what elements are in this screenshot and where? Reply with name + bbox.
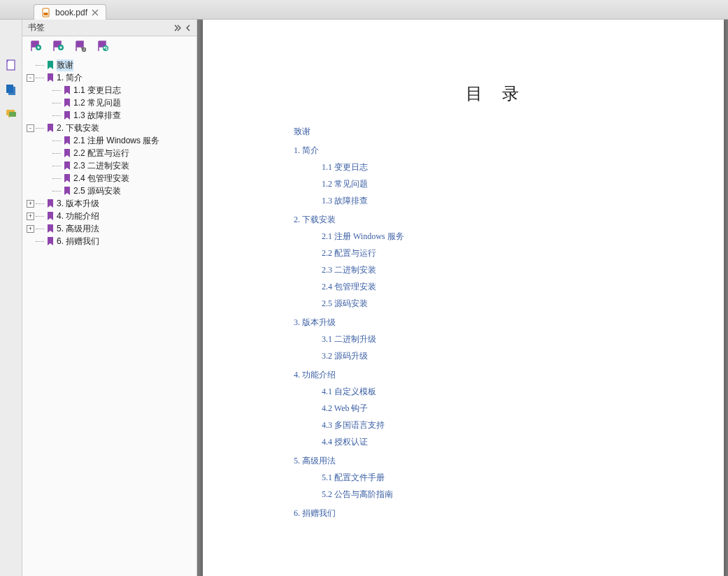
toc-link[interactable]: 2. 下载安装 bbox=[294, 214, 689, 226]
document-viewer[interactable]: 目录 致谢1. 简介1.1 变更日志1.2 常见问题1.3 故障排查2. 下载安… bbox=[197, 20, 728, 576]
flag-add-icon[interactable] bbox=[29, 40, 42, 52]
bookmark-item[interactable]: 2.5 源码安装 bbox=[27, 185, 192, 197]
bookmark-item[interactable]: 1.1 变更日志 bbox=[27, 84, 192, 96]
bookmark-item[interactable]: 致谢 bbox=[27, 59, 192, 71]
bookmark-icon bbox=[45, 199, 55, 208]
bookmark-item[interactable]: -2. 下载安装 bbox=[27, 122, 192, 134]
panel-title: 书签 bbox=[28, 22, 45, 34]
bookmark-label: 6. 捐赠我们 bbox=[57, 236, 99, 247]
toc-container: 致谢1. 简介1.1 变更日志1.2 常见问题1.3 故障排查2. 下载安装2.… bbox=[294, 126, 689, 519]
tree-connector bbox=[36, 229, 44, 229]
bookmark-item[interactable]: +4. 功能介绍 bbox=[27, 210, 192, 222]
tree-connector bbox=[52, 191, 61, 192]
toc-link[interactable]: 1.2 常见问题 bbox=[322, 178, 689, 190]
toc-link[interactable]: 3.1 二进制升级 bbox=[322, 333, 689, 345]
toc-link[interactable]: 致谢 bbox=[294, 126, 689, 138]
toc-link[interactable]: 1.3 故障排查 bbox=[322, 195, 689, 207]
comments-icon[interactable] bbox=[4, 107, 18, 121]
toc-link[interactable]: 2.2 配置与运行 bbox=[322, 247, 689, 259]
bookmark-label: 3. 版本升级 bbox=[57, 198, 99, 210]
tree-spacer bbox=[27, 62, 34, 69]
bookmark-label: 1.2 常见问题 bbox=[73, 97, 121, 109]
toc-link[interactable]: 2.5 源码安装 bbox=[322, 298, 689, 310]
multi-page-icon[interactable] bbox=[4, 82, 18, 96]
tree-connector bbox=[52, 103, 61, 103]
toc-link[interactable]: 3.2 源码升级 bbox=[322, 350, 689, 362]
bookmark-item[interactable]: 6. 捐赠我们 bbox=[27, 235, 192, 247]
pdf-file-icon bbox=[41, 8, 51, 17]
flag-link-icon[interactable] bbox=[74, 40, 87, 52]
left-toolbar bbox=[0, 20, 22, 576]
svg-rect-1 bbox=[44, 13, 48, 15]
tree-spacer bbox=[43, 175, 51, 182]
flag-refresh-icon[interactable] bbox=[97, 40, 109, 52]
toc-link[interactable]: 1.1 变更日志 bbox=[322, 161, 689, 173]
tree-spacer bbox=[43, 187, 51, 195]
bookmark-icon bbox=[45, 73, 55, 82]
bookmark-icon bbox=[62, 136, 72, 145]
tree-connector bbox=[52, 166, 61, 166]
bookmark-item[interactable]: 2.1 注册 Windows 服务 bbox=[27, 134, 192, 147]
toc-link[interactable]: 2.4 包管理安装 bbox=[322, 281, 689, 293]
toc-link[interactable]: 2.1 注册 Windows 服务 bbox=[322, 231, 689, 243]
bookmark-icon bbox=[62, 98, 72, 108]
bookmark-label: 1.1 变更日志 bbox=[73, 85, 121, 96]
bookmark-item[interactable]: +3. 版本升级 bbox=[27, 197, 192, 210]
toc-link[interactable]: 5. 高级用法 bbox=[294, 455, 689, 467]
expand-icon[interactable] bbox=[174, 24, 183, 31]
toc-link[interactable]: 4. 功能介绍 bbox=[294, 369, 689, 381]
page-view-icon[interactable] bbox=[4, 58, 18, 72]
bookmark-item[interactable]: 1.3 故障排查 bbox=[27, 109, 192, 122]
tree-spacer bbox=[43, 162, 51, 170]
toc-link[interactable]: 1. 简介 bbox=[294, 145, 689, 157]
bookmark-item[interactable]: +5. 高级用法 bbox=[27, 222, 192, 235]
tree-connector bbox=[36, 241, 44, 242]
panel-toolbar bbox=[22, 36, 197, 56]
bookmark-label: 2.4 包管理安装 bbox=[73, 173, 129, 185]
collapse-icon[interactable] bbox=[185, 24, 191, 31]
tree-connector bbox=[36, 128, 44, 129]
toc-link[interactable]: 2.3 二进制安装 bbox=[322, 264, 689, 276]
expand-icon[interactable]: + bbox=[27, 225, 34, 233]
tree-connector bbox=[52, 141, 61, 141]
bookmark-label: 2.2 配置与运行 bbox=[73, 147, 129, 159]
tree-spacer bbox=[43, 150, 51, 157]
close-icon[interactable] bbox=[92, 9, 99, 16]
toc-link[interactable]: 4.1 自定义模板 bbox=[322, 386, 689, 398]
panel-controls bbox=[174, 24, 191, 31]
bookmark-item[interactable]: 2.2 配置与运行 bbox=[27, 147, 192, 159]
tree-connector bbox=[36, 65, 44, 66]
bookmark-item[interactable]: 1.2 常见问题 bbox=[27, 96, 192, 109]
bookmark-icon bbox=[45, 60, 55, 70]
toc-link[interactable]: 3. 版本升级 bbox=[294, 317, 689, 329]
toc-link[interactable]: 6. 捐赠我们 bbox=[294, 507, 689, 519]
toc-link[interactable]: 4.4 授权认证 bbox=[322, 436, 689, 448]
svg-rect-4 bbox=[8, 87, 15, 95]
toc-link[interactable]: 4.2 Web 钩子 bbox=[322, 403, 689, 415]
tree-connector bbox=[52, 90, 61, 91]
collapse-icon[interactable]: - bbox=[27, 124, 34, 132]
bookmark-icon bbox=[62, 173, 72, 183]
tree-connector bbox=[52, 115, 61, 116]
bookmark-item[interactable]: -1. 简介 bbox=[27, 71, 192, 84]
bookmark-label: 1. 简介 bbox=[57, 72, 83, 84]
bookmark-icon bbox=[62, 148, 72, 158]
bookmark-label: 4. 功能介绍 bbox=[57, 210, 99, 222]
bookmark-tree[interactable]: 致谢-1. 简介1.1 变更日志1.2 常见问题1.3 故障排查-2. 下载安装… bbox=[22, 56, 197, 576]
tab-bar: book.pdf bbox=[0, 0, 728, 20]
bookmark-icon bbox=[45, 123, 55, 133]
expand-icon[interactable]: + bbox=[27, 213, 34, 220]
expand-icon[interactable]: + bbox=[27, 200, 34, 208]
toc-link[interactable]: 5.1 配置文件手册 bbox=[322, 472, 689, 484]
collapse-icon[interactable]: - bbox=[27, 74, 34, 82]
toc-link[interactable]: 5.2 公告与高阶指南 bbox=[322, 489, 689, 501]
flag-add2-icon[interactable] bbox=[52, 40, 64, 52]
bookmark-item[interactable]: 2.4 包管理安装 bbox=[27, 172, 192, 185]
bookmark-item[interactable]: 2.3 二进制安装 bbox=[27, 159, 192, 172]
tree-spacer bbox=[43, 99, 51, 107]
document-tab[interactable]: book.pdf bbox=[34, 4, 106, 20]
document-page: 目录 致谢1. 简介1.1 变更日志1.2 常见问题1.3 故障排查2. 下载安… bbox=[203, 20, 724, 576]
toc-link[interactable]: 4.3 多国语言支持 bbox=[322, 419, 689, 431]
bookmarks-panel: 书签 致谢-1. 简介1.1 变更日志1.2 常见问题1.3 故障排查-2. 下… bbox=[22, 20, 197, 576]
bookmark-label: 1.3 故障排查 bbox=[73, 110, 121, 122]
